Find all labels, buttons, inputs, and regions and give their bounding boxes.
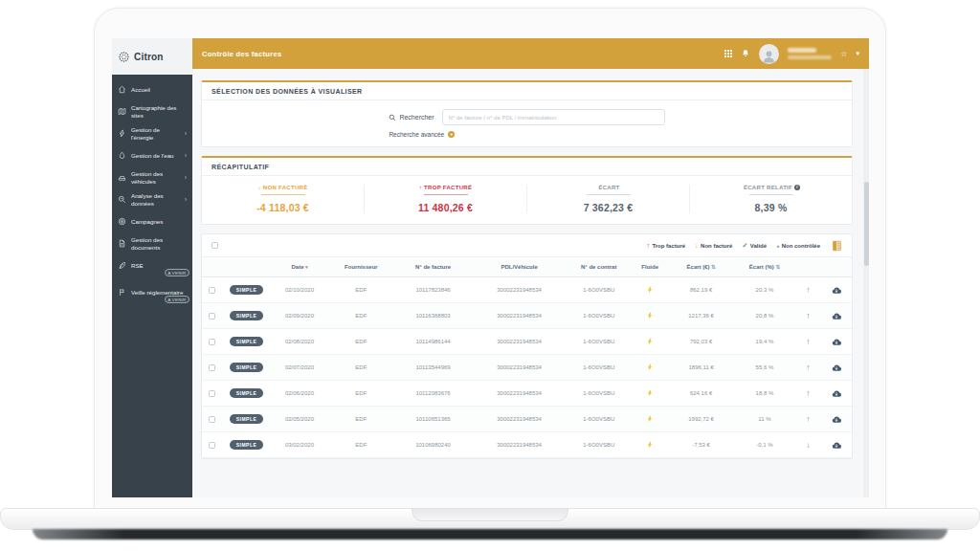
table-row[interactable]: SIMPLE 02/05/2020 EDF 10110651365 300022… xyxy=(202,407,852,432)
legend-item: ● Non contrôlée xyxy=(776,243,820,249)
col-date[interactable]: Date xyxy=(270,264,328,270)
sidebar-item-veille[interactable]: Veille réglementaire › A VENIR xyxy=(112,281,192,303)
chevron-right-icon: › xyxy=(185,174,187,181)
col-ecart-eur[interactable]: Écart (€) xyxy=(668,264,734,270)
legend-label: Trop facturé xyxy=(652,243,685,249)
sidebar-item-cartographie[interactable]: Cartographie des sites › xyxy=(112,100,192,122)
trend-arrow-icon: ↑ xyxy=(419,185,422,190)
favorite-star-icon[interactable]: ☆ xyxy=(840,50,847,58)
cell-contrat: 1-6O0VSBU xyxy=(566,390,632,396)
scrollbar-thumb[interactable] xyxy=(864,182,869,266)
cell-ecart-pct: 20,8 % xyxy=(734,313,794,319)
row-checkbox[interactable] xyxy=(209,416,215,423)
sidebar-item-accueil[interactable]: Accueil › xyxy=(112,78,192,100)
sidebar-item-documents[interactable]: Gestion des documents › xyxy=(112,232,192,254)
download-cloud-icon[interactable] xyxy=(821,389,852,398)
row-trend-arrow-icon: ↑ xyxy=(795,363,822,372)
user-avatar[interactable] xyxy=(759,44,779,64)
target-icon xyxy=(118,217,126,226)
status-legend: ↑ Trop facturé ↓ Non facturé ✓ Validé ● … xyxy=(646,242,820,250)
scrollbar-track[interactable] xyxy=(863,69,869,497)
electricity-bolt-icon xyxy=(632,415,668,423)
cell-date: 02/09/2020 xyxy=(270,313,328,319)
download-cloud-icon[interactable] xyxy=(821,364,852,372)
table-row[interactable]: SIMPLE 02/09/2020 EDF 10116368803 300022… xyxy=(202,303,852,329)
sidebar-item-label: Campagnes xyxy=(131,218,163,225)
table-row[interactable]: SIMPLE 02/10/2020 EDF 10117823846 300022… xyxy=(202,277,852,303)
summary-card-title: RÉCAPITULATIF xyxy=(202,158,852,176)
sidebar-item-label: Gestion de l'eau xyxy=(131,152,174,159)
legend-item: ↑ Trop facturé xyxy=(646,242,685,249)
row-checkbox[interactable] xyxy=(209,442,215,449)
topbar-actions: ☆ ▾ xyxy=(724,44,859,64)
col-contrat: N° de contrat xyxy=(566,264,632,270)
row-checkbox[interactable] xyxy=(209,287,215,294)
table-row[interactable]: SIMPLE 03/02/2020 EDF 10106980240 300022… xyxy=(202,432,852,458)
cell-ecart-eur: 1896,11 € xyxy=(668,364,734,370)
table-row[interactable]: SIMPLE 02/07/2020 EDF 10113544969 300022… xyxy=(202,355,852,381)
cell-ecart-pct: 20,3 % xyxy=(734,287,794,293)
row-checkbox[interactable] xyxy=(209,339,215,345)
notifications-bell-icon[interactable] xyxy=(741,49,750,58)
col-ecart-pct[interactable]: Écart (%) xyxy=(734,264,794,270)
cell-facture: 10106980240 xyxy=(393,442,473,448)
table-row[interactable]: SIMPLE 02/08/2020 EDF 10114986144 300022… xyxy=(202,329,852,355)
page-title: Contrôle des factures xyxy=(202,50,281,58)
cell-facture: 10117823846 xyxy=(393,287,473,293)
cell-fournisseur: EDF xyxy=(329,442,393,448)
cell-date: 02/05/2020 xyxy=(270,416,328,422)
summary-stat: ↓NON FACTURÉi -4 118,03 € xyxy=(202,185,364,213)
invoice-type-badge: SIMPLE xyxy=(230,440,264,450)
cell-facture: 10112083676 xyxy=(393,390,473,396)
invoice-type-badge: SIMPLE xyxy=(230,285,264,295)
download-cloud-icon[interactable] xyxy=(821,441,852,450)
download-cloud-icon[interactable] xyxy=(821,415,852,424)
vehicle-icon xyxy=(118,173,126,182)
sidebar-item-eau[interactable]: Gestion de l'eau › xyxy=(112,144,192,166)
summary-stats: ↓NON FACTURÉi -4 118,03 € ↑TROP FACTURÉi… xyxy=(202,176,852,224)
export-excel-icon[interactable] xyxy=(832,240,842,252)
row-trend-arrow-icon: ↑ xyxy=(795,337,822,346)
table-row[interactable]: SIMPLE 02/06/2020 EDF 10112083676 300022… xyxy=(202,381,852,407)
advanced-search-toggle[interactable]: Recherche avancée + xyxy=(389,131,664,138)
cell-date: 02/06/2020 xyxy=(270,390,328,396)
row-checkbox[interactable] xyxy=(209,390,215,397)
apps-grid-icon[interactable] xyxy=(724,50,732,57)
user-menu-caret-icon[interactable]: ▾ xyxy=(856,50,859,57)
sidebar-item-energie[interactable]: Gestion de l'énergie › xyxy=(112,122,192,144)
stat-value: 8,39 % xyxy=(690,202,852,213)
stat-label: ÉCART RELATIF xyxy=(744,185,792,190)
table-header: Date Fournisseur N° de facture PDL/Véhic… xyxy=(202,257,852,277)
electricity-bolt-icon xyxy=(632,312,668,320)
select-all-checkbox[interactable] xyxy=(212,242,218,249)
sidebar-item-campagnes[interactable]: Campagnes › xyxy=(112,210,192,232)
row-checkbox[interactable] xyxy=(209,364,215,371)
topbar: Contrôle des factures ☆ ▾ xyxy=(192,38,869,69)
cell-fournisseur: EDF xyxy=(329,339,393,344)
cell-ecart-eur: 792,03 € xyxy=(668,339,734,344)
summary-stat: ÉCARTi 7 362,23 € xyxy=(526,185,689,213)
sidebar-item-analyse[interactable]: Analyse des données › xyxy=(112,188,192,210)
search-input[interactable] xyxy=(442,109,665,125)
summary-stat: ↑TROP FACTURÉi 11 480,26 € xyxy=(364,185,526,213)
sidebar-item-vehicules[interactable]: Gestion des véhicules › xyxy=(112,166,192,188)
stat-underline xyxy=(261,194,305,195)
trend-arrow-icon: ↓ xyxy=(258,185,261,190)
row-checkbox[interactable] xyxy=(209,313,215,320)
download-cloud-icon[interactable] xyxy=(821,312,852,320)
cell-ecart-eur: 1217,36 € xyxy=(668,313,734,319)
stat-value: 7 362,23 € xyxy=(527,202,689,213)
search-card-title: SÉLECTION DES DONNÉES À VISUALISER xyxy=(202,82,852,100)
chevron-right-icon: › xyxy=(185,152,187,159)
sidebar-item-label: Veille réglementaire xyxy=(131,289,183,296)
map-icon xyxy=(118,107,126,116)
user-name-redacted xyxy=(788,48,832,59)
download-cloud-icon[interactable] xyxy=(821,338,852,346)
download-cloud-icon[interactable] xyxy=(821,286,852,295)
document-icon xyxy=(118,239,126,248)
plus-circle-icon: + xyxy=(448,131,455,138)
energy-icon xyxy=(118,129,126,138)
sidebar-item-rse[interactable]: RSE › A VENIR xyxy=(112,254,192,276)
info-icon[interactable]: i xyxy=(794,185,800,190)
cell-contrat: 1-6O0VSBU xyxy=(566,442,632,448)
